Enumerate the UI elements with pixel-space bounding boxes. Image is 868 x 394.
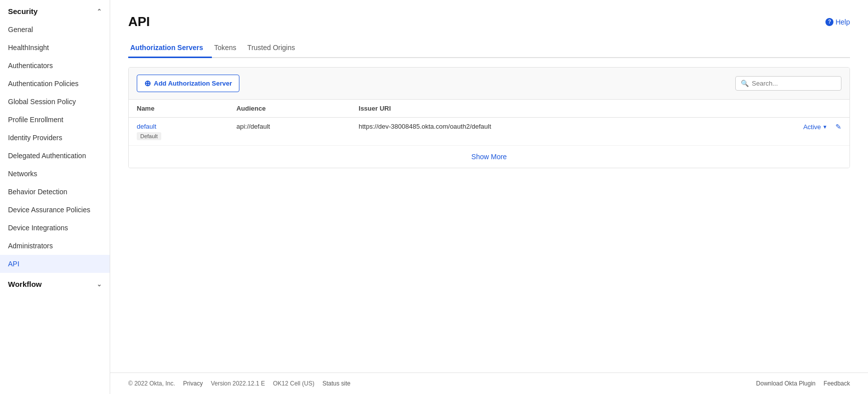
sidebar-item-general[interactable]: General xyxy=(0,21,110,39)
sidebar-item-device-integrations[interactable]: Device Integrations xyxy=(0,219,110,237)
table-header: NameAudienceIssuer URI xyxy=(129,100,849,118)
content-area: API ? Help Authorization ServersTokensTr… xyxy=(110,0,868,372)
sidebar-item-authenticators[interactable]: Authenticators xyxy=(0,57,110,75)
show-more-row: Show More xyxy=(129,146,849,168)
footer-left: © 2022 Okta, Inc. Privacy Version 2022.1… xyxy=(128,380,351,387)
cell-issuer-uri: https://dev-38008485.okta.com/oauth2/def… xyxy=(351,118,716,146)
help-link[interactable]: ? Help xyxy=(825,18,850,26)
plus-circle-icon: ⊕ xyxy=(144,79,151,88)
col-header-actions xyxy=(716,100,849,118)
sidebar-item-behavior-detection[interactable]: Behavior Detection xyxy=(0,183,110,201)
table-body: defaultDefaultapi://defaulthttps://dev-3… xyxy=(129,118,849,168)
footer-download-plugin-link[interactable]: Download Okta Plugin xyxy=(756,380,816,387)
help-icon: ? xyxy=(825,18,833,26)
sidebar-item-profile-enrollment[interactable]: Profile Enrollment xyxy=(0,111,110,129)
tabs-bar: Authorization ServersTokensTrusted Origi… xyxy=(128,39,850,58)
status-badge[interactable]: Active ▼ xyxy=(803,123,827,131)
sidebar: Security ⌃ GeneralHealthInsightAuthentic… xyxy=(0,0,110,394)
cell-name: defaultDefault xyxy=(129,118,228,146)
search-input[interactable] xyxy=(752,80,836,87)
cell-audience: api://default xyxy=(228,118,351,146)
footer-feedback-link[interactable]: Feedback xyxy=(823,380,850,387)
sidebar-item-authentication-policies[interactable]: Authentication Policies xyxy=(0,75,110,93)
sidebar-item-device-assurance-policies[interactable]: Device Assurance Policies xyxy=(0,201,110,219)
col-header-name: Name xyxy=(129,100,228,118)
sidebar-item-api[interactable]: API xyxy=(0,255,110,273)
search-icon: 🔍 xyxy=(741,80,749,87)
sidebar-item-networks[interactable]: Networks xyxy=(0,165,110,183)
footer-copyright: © 2022 Okta, Inc. xyxy=(128,380,175,387)
show-more-link[interactable]: Show More xyxy=(471,153,507,161)
table-toolbar: ⊕ Add Authorization Server 🔍 xyxy=(129,68,849,100)
help-label: Help xyxy=(835,18,850,26)
add-authorization-server-button[interactable]: ⊕ Add Authorization Server xyxy=(137,75,239,92)
sidebar-security-label: Security xyxy=(8,7,38,16)
sidebar-item-administrators[interactable]: Administrators xyxy=(0,237,110,255)
sidebar-item-global-session-policy[interactable]: Global Session Policy xyxy=(0,93,110,111)
table-row: defaultDefaultapi://defaulthttps://dev-3… xyxy=(129,118,849,146)
tab-authorization-servers[interactable]: Authorization Servers xyxy=(128,39,212,58)
page-footer: © 2022 Okta, Inc. Privacy Version 2022.1… xyxy=(110,372,868,394)
footer-version: Version 2022.12.1 E xyxy=(211,380,265,387)
sidebar-item-identity-providers[interactable]: Identity Providers xyxy=(0,129,110,147)
sidebar-security-header[interactable]: Security ⌃ xyxy=(0,0,110,21)
sidebar-items: GeneralHealthInsightAuthenticatorsAuthen… xyxy=(0,21,110,273)
show-more-cell: Show More xyxy=(129,146,849,168)
sidebar-item-delegated-authentication[interactable]: Delegated Authentication xyxy=(0,147,110,165)
add-button-label: Add Authorization Server xyxy=(154,80,232,87)
sidebar-workflow-header[interactable]: Workflow ⌄ xyxy=(0,273,110,293)
sidebar-workflow-label: Workflow xyxy=(8,280,42,288)
footer-status-link[interactable]: Status site xyxy=(323,380,351,387)
server-name-link[interactable]: default xyxy=(137,123,156,130)
footer-right: Download Okta Plugin Feedback xyxy=(756,380,850,387)
page-header: API ? Help xyxy=(128,14,850,30)
tab-trusted-origins[interactable]: Trusted Origins xyxy=(245,39,304,58)
table-container: ⊕ Add Authorization Server 🔍 NameAudienc… xyxy=(128,67,850,168)
sidebar-item-healthinsight[interactable]: HealthInsight xyxy=(0,39,110,57)
search-box: 🔍 xyxy=(735,76,841,91)
page-title: API xyxy=(128,14,150,30)
default-badge: Default xyxy=(137,132,161,140)
table-header-row: NameAudienceIssuer URI xyxy=(129,100,849,118)
col-header-issuer-uri: Issuer URI xyxy=(351,100,716,118)
main-content: API ? Help Authorization ServersTokensTr… xyxy=(110,0,868,394)
footer-privacy-link[interactable]: Privacy xyxy=(183,380,203,387)
col-header-audience: Audience xyxy=(228,100,351,118)
chevron-up-icon: ⌃ xyxy=(97,8,102,15)
cell-actions: Active ▼✎ xyxy=(716,118,849,146)
tab-tokens[interactable]: Tokens xyxy=(212,39,245,58)
footer-cell: OK12 Cell (US) xyxy=(273,380,315,387)
edit-icon[interactable]: ✎ xyxy=(835,123,841,131)
chevron-down-icon: ⌄ xyxy=(97,281,102,288)
row-actions: Active ▼✎ xyxy=(724,123,841,131)
authorization-servers-table: NameAudienceIssuer URI defaultDefaultapi… xyxy=(129,100,849,168)
